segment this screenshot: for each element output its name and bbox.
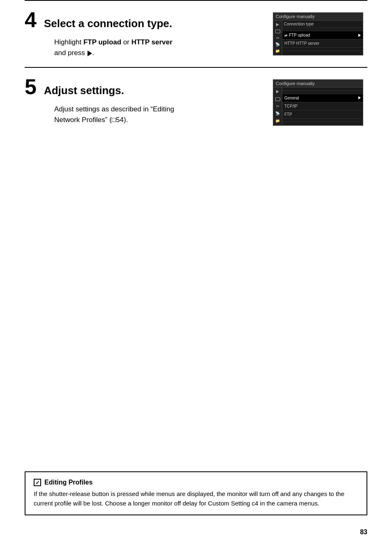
step-5-lcd: Configure manually ✏ 📡 xyxy=(273,79,363,126)
step-5-lcd-row: ✏ 📡 📁 General xyxy=(273,88,363,125)
step-5-tcpip-item: TCP/IP xyxy=(282,102,363,111)
note-box: Editing Profiles If the shutter-release … xyxy=(25,471,367,515)
note-title-text: Editing Profiles xyxy=(44,479,92,486)
step-4-lcd-row: ✏ 📡 📁 Connection type xyxy=(273,21,363,55)
general-arrow xyxy=(358,96,361,99)
lcd-empty-1 xyxy=(282,28,363,31)
step-5-body: Adjust settings as described in “Editing… xyxy=(25,104,265,126)
step-5-lcd-icons: ✏ 📡 📁 xyxy=(273,88,282,125)
step-4-bold1: FTP upload xyxy=(83,38,121,46)
lcd-icon-play xyxy=(274,21,281,28)
step-4-lcd-icons: ✏ 📡 📁 xyxy=(273,21,282,55)
step-4-http-label: HTTP HTTP server xyxy=(284,41,319,46)
lcd-icon-camera xyxy=(274,28,281,35)
step-4-lcd-menu: Connection type ⇄FTP upload HTTP HTTP se… xyxy=(282,21,363,55)
step-4-lcd-label: Connection type xyxy=(282,21,363,28)
lcd5-icon-pencil: ✏ xyxy=(274,103,281,110)
lcd-icon-folder: 📁 xyxy=(274,48,281,54)
step-5-ftp-label: FTP xyxy=(284,112,292,117)
step-5-tcpip-label: TCP/IP xyxy=(284,104,297,108)
step-5-left: 5 Adjust settings. Adjust settings as de… xyxy=(25,76,265,126)
note-body: If the shutter-release button is pressed… xyxy=(34,489,358,508)
step-4-left: 4 Select a connection type. Highlight FT… xyxy=(25,9,265,59)
step-4-http-item: HTTP HTTP server xyxy=(282,39,363,48)
step-5-lcd-menu: General TCP/IP FTP xyxy=(282,88,363,125)
step-5-lcd-header: Configure manually xyxy=(273,80,363,88)
step-4-title: Select a connection type. xyxy=(44,17,172,30)
lcd5-empty-top xyxy=(282,88,363,91)
page-number: 83 xyxy=(360,528,367,536)
step-5-body-part1: Adjust settings as described in “Editing xyxy=(54,105,174,113)
lcd5-empty-bot2 xyxy=(282,122,363,125)
lcd-icon-signal: 📡 xyxy=(274,41,281,48)
lcd5-empty-bot xyxy=(282,119,363,122)
step-5-number: 5 xyxy=(25,76,37,97)
step-5-ftp-item: FTP xyxy=(282,111,363,119)
ftp-icon: ⇄ xyxy=(284,33,288,37)
step-4-lcd-header: Configure manually xyxy=(273,13,363,21)
note-title: Editing Profiles xyxy=(34,479,358,486)
lcd-empty-2 xyxy=(282,48,363,51)
step-5-general-label: General xyxy=(284,96,299,100)
step-4-section: 4 Select a connection type. Highlight FT… xyxy=(25,0,367,67)
step-5-header: 5 Adjust settings. xyxy=(25,76,265,97)
ftp-arrow xyxy=(358,34,361,37)
step-4-suffix: and press xyxy=(54,49,85,57)
step-4-number: 4 xyxy=(25,9,37,30)
lcd5-icon-signal: 📡 xyxy=(274,110,281,117)
step-5-general-item: General xyxy=(282,94,363,102)
step-4-bold2: HTTP server xyxy=(131,38,173,46)
step-5-title: Adjust settings. xyxy=(44,84,124,97)
step-4-header: 4 Select a connection type. xyxy=(25,9,265,30)
lcd5-icon-camera xyxy=(274,96,281,102)
step-5-section: 5 Adjust settings. Adjust settings as de… xyxy=(25,67,367,134)
step-4-body: Highlight FTP upload or HTTP server and … xyxy=(25,37,265,59)
lcd5-empty-top2 xyxy=(282,91,363,94)
note-checkbox-icon xyxy=(34,479,41,486)
step-4-lcd: Configure manually ✏ 📡 xyxy=(273,12,363,55)
play-icon xyxy=(88,51,92,56)
step-4-ftp-label: ⇄FTP upload xyxy=(284,33,310,37)
step-4-right: Configure manually ✏ 📡 xyxy=(273,9,367,55)
step-5-body-part2: Network Profiles” (□54). xyxy=(54,116,128,124)
lcd5-icon-play xyxy=(274,88,281,95)
lcd-icon-pencil: ✏ xyxy=(274,35,281,41)
step-5-right: Configure manually ✏ 📡 xyxy=(273,76,367,126)
lcd5-icon-folder: 📁 xyxy=(274,118,281,124)
step-4-ftp-item: ⇄FTP upload xyxy=(282,31,363,39)
